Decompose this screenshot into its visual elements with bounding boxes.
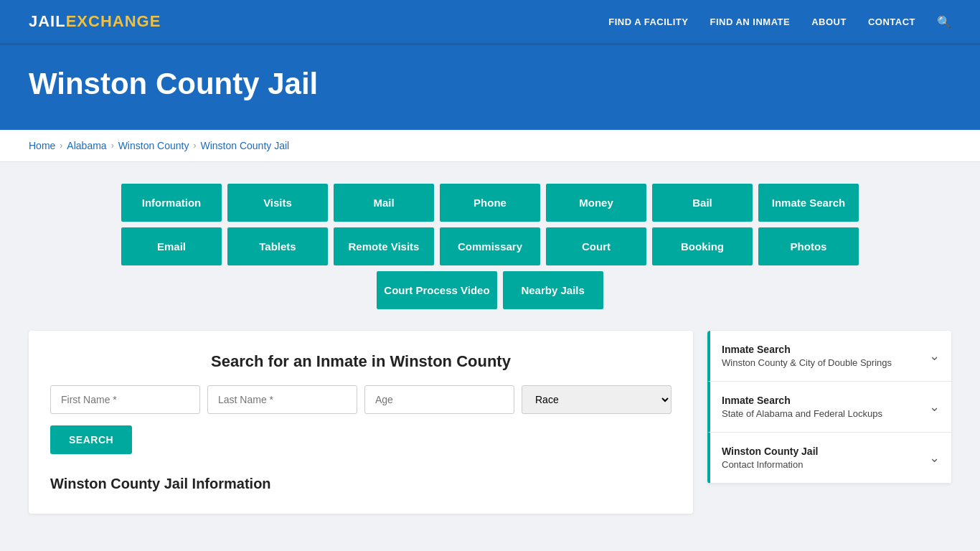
chevron-icon: ›	[60, 141, 62, 151]
btn-money[interactable]: Money	[546, 184, 646, 222]
last-name-input[interactable]	[207, 385, 357, 414]
nav-links: FIND A FACILITY FIND AN INMATE ABOUT CON…	[608, 15, 951, 29]
grid-row-1: Information Visits Mail Phone Money Bail…	[121, 184, 859, 222]
brand-exchange: EXCHANGE	[66, 12, 161, 30]
breadcrumb: Home › Alabama › Winston County › Winsto…	[29, 140, 951, 151]
btn-court-process-video[interactable]: Court Process Video	[377, 271, 496, 309]
btn-booking[interactable]: Booking	[652, 227, 753, 265]
chevron-down-icon: ⌄	[929, 348, 940, 364]
grid-row-3: Court Process Video Nearby Jails	[377, 271, 603, 309]
nav-about[interactable]: ABOUT	[811, 17, 847, 27]
age-input[interactable]	[364, 385, 514, 414]
breadcrumb-alabama[interactable]: Alabama	[67, 140, 106, 151]
sidebar-item-title-1: Inmate Search	[722, 344, 892, 355]
sidebar-item-title-3: Winston County Jail	[722, 446, 818, 457]
hero-section: Winston County Jail	[0, 45, 980, 130]
chevron-icon: ›	[111, 141, 114, 151]
btn-inmate-search[interactable]: Inmate Search	[758, 184, 859, 222]
breadcrumb-winston-county[interactable]: Winston County	[118, 140, 189, 151]
btn-remote-visits[interactable]: Remote Visits	[334, 227, 434, 265]
navbar: JAILEXCHANGE FIND A FACILITY FIND AN INM…	[0, 0, 980, 43]
chevron-down-icon: ⌄	[929, 399, 940, 415]
sidebar-item-title-2: Inmate Search	[722, 395, 882, 406]
breadcrumb-bar: Home › Alabama › Winston County › Winsto…	[0, 130, 980, 162]
btn-information[interactable]: Information	[121, 184, 222, 222]
nav-contact[interactable]: CONTACT	[868, 17, 915, 27]
sidebar-item-sub-2: State of Alabama and Federal Lockups	[722, 408, 882, 419]
btn-mail[interactable]: Mail	[334, 184, 434, 222]
brand-jail: JAIL	[29, 12, 66, 30]
info-title: Winston County Jail Information	[50, 476, 672, 492]
left-panel: Search for an Inmate in Winston County R…	[29, 331, 693, 514]
chevron-down-icon: ⌄	[929, 450, 940, 466]
sidebar-item-sub-3: Contact Information	[722, 459, 818, 470]
sidebar-item-inmate-search-state[interactable]: Inmate Search State of Alabama and Feder…	[707, 382, 951, 433]
race-select[interactable]: Race White Black Hispanic Asian Other	[522, 385, 672, 414]
btn-court[interactable]: Court	[546, 227, 646, 265]
search-form: Race White Black Hispanic Asian Other	[50, 385, 672, 414]
search-icon[interactable]: 🔍	[937, 15, 951, 29]
right-panel: Inmate Search Winston County & City of D…	[707, 331, 951, 484]
btn-bail[interactable]: Bail	[652, 184, 753, 222]
brand-logo[interactable]: JAILEXCHANGE	[29, 12, 161, 31]
sidebar-item-contact-info[interactable]: Winston County Jail Contact Information …	[707, 433, 951, 484]
page-title: Winston County Jail	[29, 67, 951, 101]
chevron-icon: ›	[193, 141, 196, 151]
btn-tablets[interactable]: Tablets	[227, 227, 328, 265]
btn-commissary[interactable]: Commissary	[440, 227, 540, 265]
main-content: Information Visits Mail Phone Money Bail…	[0, 162, 980, 535]
two-column-layout: Search for an Inmate in Winston County R…	[29, 331, 951, 514]
sidebar-item-sub-1: Winston County & City of Double Springs	[722, 357, 892, 368]
search-button[interactable]: SEARCH	[50, 425, 132, 454]
nav-find-inmate[interactable]: FIND AN INMATE	[710, 17, 790, 27]
btn-nearby-jails[interactable]: Nearby Jails	[503, 271, 603, 309]
sidebar-item-inmate-search-local[interactable]: Inmate Search Winston County & City of D…	[707, 331, 951, 382]
first-name-input[interactable]	[50, 385, 200, 414]
search-title: Search for an Inmate in Winston County	[50, 352, 672, 371]
btn-visits[interactable]: Visits	[227, 184, 328, 222]
grid-row-2: Email Tablets Remote Visits Commissary C…	[121, 227, 859, 265]
button-grid: Information Visits Mail Phone Money Bail…	[29, 184, 951, 309]
btn-phone[interactable]: Phone	[440, 184, 540, 222]
breadcrumb-winston-county-jail[interactable]: Winston County Jail	[200, 140, 289, 151]
info-section: Winston County Jail Information	[50, 476, 672, 492]
btn-photos[interactable]: Photos	[758, 227, 859, 265]
nav-find-facility[interactable]: FIND A FACILITY	[608, 17, 688, 27]
breadcrumb-home[interactable]: Home	[29, 140, 55, 151]
btn-email[interactable]: Email	[121, 227, 222, 265]
